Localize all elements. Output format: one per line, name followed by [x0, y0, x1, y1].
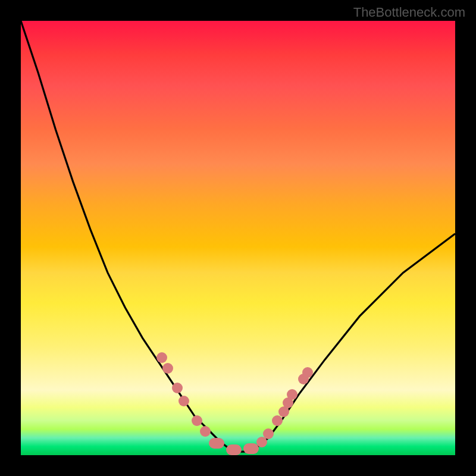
chart-marker — [172, 383, 183, 393]
chart-plot-area — [21, 21, 455, 455]
chart-marker — [263, 428, 274, 439]
chart-curve-svg — [21, 21, 455, 455]
chart-marker — [226, 444, 242, 455]
chart-marker — [209, 438, 224, 449]
chart-marker — [192, 415, 202, 426]
chart-marker — [162, 363, 173, 374]
chart-marker — [302, 367, 313, 378]
chart-marker — [287, 389, 298, 400]
chart-marker — [272, 415, 283, 426]
watermark-text: TheBottleneck.com — [353, 5, 465, 20]
chart-marker — [178, 396, 189, 406]
bottleneck-curve — [21, 21, 455, 452]
chart-marker — [200, 426, 211, 437]
chart-marker — [256, 437, 267, 447]
chart-marker — [243, 443, 259, 454]
chart-marker — [156, 352, 167, 363]
